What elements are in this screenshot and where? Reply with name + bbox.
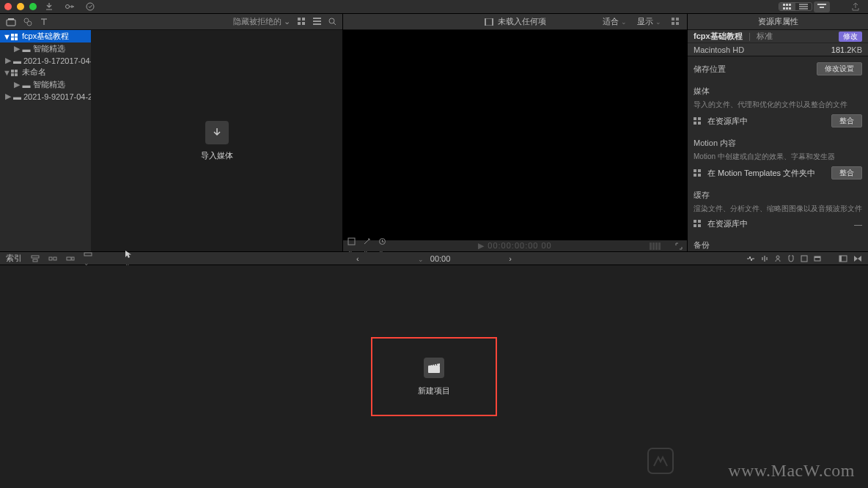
location-text: 在资源库中 [707,116,825,127]
library-item-event1[interactable]: ▶ ▬ 2021-9-172017-04-... [0,55,91,66]
list-view-icon[interactable] [795,3,812,10]
library-item-smart2[interactable]: ▶ ▬ 智能精选 [0,78,91,91]
svg-rect-10 [799,8,808,10]
svg-rect-21 [11,70,14,73]
timeline-timecode: 00:00 [430,254,451,263]
display-menu[interactable]: 显示 ⌄ [637,16,661,27]
photos-tab-icon[interactable] [23,18,32,26]
import-arrow-icon [205,121,229,144]
minimize-window-button[interactable] [17,3,24,10]
browser-view-toggle[interactable] [779,2,812,11]
import-dropzone[interactable]: 导入媒体 [91,30,342,251]
svg-rect-42 [694,117,696,120]
svg-rect-8 [799,4,808,5]
watermark-icon [644,444,677,478]
consolidate-button[interactable]: 整合 [831,166,862,180]
snapping-icon[interactable] [787,255,795,262]
modify-settings-button[interactable]: 修改设置 [817,62,862,75]
library-item-unnamed[interactable]: ▼ 未命名 [0,66,91,78]
library-item-smart[interactable]: ▶ ▬ 智能精选 [0,42,91,55]
section-title: 储存位置 [694,64,726,75]
fullscreen-icon[interactable] [675,243,683,250]
viewer-controls: ⌄ ⌄ ⌄ ▶ 00:00:00:00 00 [343,240,687,251]
inspector-toggle[interactable] [814,1,830,12]
svg-rect-2 [783,4,785,6]
svg-rect-27 [298,22,301,25]
inspector-disk-row: Macintosh HD 181.2KB [688,43,868,56]
library-item-event2[interactable]: ▶ ▬ 2021-9-92017-04-21 [0,91,91,102]
list-view-icon[interactable] [313,18,321,26]
consolidate-button[interactable]: 整合 [831,114,862,127]
svg-rect-31 [313,23,321,25]
svg-rect-36 [672,18,674,21]
timeline-toolbar: 索引 ⌄ ⌄ ‹ ⌄ 00:00 › [0,252,868,265]
append-clip-icon[interactable] [66,255,75,262]
new-project-highlight: 新建项目 [371,337,497,416]
dash-icon: — [854,220,862,229]
share-button[interactable] [847,1,864,12]
filmstrip-view-icon[interactable] [779,3,795,10]
background-tasks-button[interactable] [82,1,98,12]
solo-icon[interactable] [774,255,781,262]
svg-rect-51 [698,220,701,223]
disclosure-triangle[interactable]: ▶ [14,44,20,53]
svg-rect-13 [7,20,15,26]
svg-rect-45 [698,122,701,125]
zoom-menu[interactable]: 适合 ⌄ [603,16,627,27]
inspector-header: 资源库属性 [688,14,868,30]
browser-header: 隐藏被拒绝的 ⌄ [91,14,342,30]
clip-appearance-icon[interactable] [814,255,821,262]
disclosure-triangle[interactable]: ▶ [14,80,20,89]
tree-label: 智能精选 [33,43,65,54]
disclosure-triangle[interactable]: ▶ [5,56,11,65]
effects-browser-icon[interactable] [839,255,847,262]
section-title: 媒体 [694,86,710,97]
svg-rect-52 [694,224,696,227]
audio-skimming-icon[interactable] [761,255,768,262]
insert-clip-icon[interactable] [48,255,57,262]
library-tree: ▼ fcpx基础教程 ▶ ▬ 智能精选 ▶ ▬ 2021-9-172017-04… [0,30,91,102]
history-back-icon[interactable]: ‹ [356,254,359,263]
new-project-button[interactable] [424,358,444,378]
svg-rect-23 [11,73,14,76]
new-project-label: 新建项目 [418,385,450,396]
svg-rect-40 [348,238,355,245]
folder-icon: ▬ [22,45,31,53]
layout-toggle-icon[interactable] [672,18,680,26]
titles-tab-icon[interactable] [40,18,48,26]
disclosure-triangle[interactable]: ▶ [5,92,11,101]
history-forward-icon[interactable]: › [509,254,512,263]
close-window-button[interactable] [4,3,12,10]
svg-rect-19 [11,37,14,40]
svg-rect-7 [789,7,791,10]
skimming-icon[interactable] [746,255,755,262]
media-browser: 隐藏被拒绝的 ⌄ 导入媒体 [91,14,343,251]
select-tool-icon[interactable]: ⌄ [125,250,132,267]
import-button[interactable] [41,1,57,12]
svg-rect-9 [799,6,808,7]
library-mode: 标准 [757,31,773,42]
svg-rect-56 [49,257,52,260]
library-item-fcpx[interactable]: ▼ fcpx基础教程 [0,30,91,42]
viewer-title: 未载入任何项 [498,16,546,27]
modify-button[interactable]: 修改 [839,32,862,42]
svg-rect-57 [54,257,56,260]
search-icon[interactable] [328,18,336,26]
storage-icon [694,117,702,125]
timeline-area[interactable]: 新建项目 www.MacW.com [0,265,868,488]
filter-menu[interactable]: 隐藏被拒绝的 ⌄ [233,16,290,27]
view-options-icon[interactable] [801,255,808,262]
viewer-canvas[interactable] [343,30,687,240]
disclosure-triangle[interactable]: ▼ [3,32,9,41]
clapperboard-icon [427,362,441,374]
svg-rect-22 [15,70,18,73]
zoom-window-button[interactable] [29,3,37,10]
overwrite-clip-icon[interactable]: ⌄ [84,251,92,267]
transitions-browser-icon[interactable] [853,255,862,262]
connect-clip-icon[interactable] [31,255,40,262]
index-button[interactable]: 索引 [6,253,22,264]
disclosure-triangle[interactable]: ▼ [3,68,9,77]
libraries-tab-icon[interactable] [6,18,16,26]
keyword-button[interactable] [62,1,78,12]
grid-view-icon[interactable] [298,18,306,26]
